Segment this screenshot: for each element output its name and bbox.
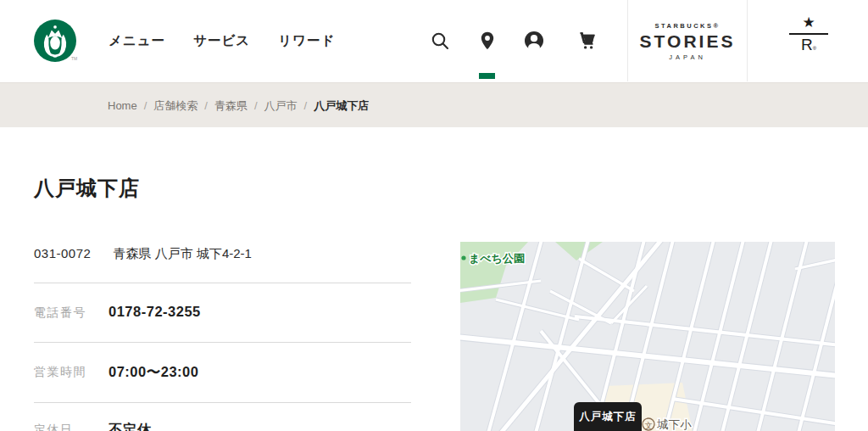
- siren-icon: [34, 20, 76, 62]
- store-map[interactable]: まべち公園 文 城下小 八戸城下店: [460, 242, 835, 431]
- store-tooltip-label: 八戸城下店: [578, 411, 637, 423]
- rewards-points-logo[interactable]: ★ R®: [784, 15, 833, 54]
- store-address: 031-0072 青森県 八戸市 城下4-2-1: [34, 246, 252, 262]
- holiday-label: 定休日: [34, 423, 74, 431]
- breadcrumb-store-search[interactable]: 店舗検索: [153, 98, 198, 114]
- breadcrumb-separator: /: [304, 99, 308, 112]
- breadcrumb-home[interactable]: Home: [108, 99, 137, 112]
- divider: [34, 342, 411, 343]
- points-logo-bar: [789, 33, 828, 35]
- header-divider: [747, 0, 748, 81]
- header: TM メニュー サービス リワード: [0, 0, 868, 81]
- logo-trademark: TM: [71, 56, 77, 61]
- registered-mark: ®: [813, 46, 816, 51]
- school-marker: 文: [643, 418, 654, 430]
- hours-label: 営業時間: [34, 365, 86, 380]
- holiday-value: 不定休: [108, 421, 152, 431]
- active-nav-indicator: [479, 73, 495, 79]
- divider: [34, 402, 411, 403]
- school-label: 城下小: [656, 418, 692, 431]
- breadcrumb-bar: Home / 店舗検索 / 青森県 / 八戸市 / 八戸城下店: [0, 82, 868, 127]
- nav-item-menu[interactable]: メニュー: [108, 32, 165, 50]
- account-icon[interactable]: [524, 31, 544, 51]
- store-name-title: 八戸城下店: [34, 175, 140, 202]
- address-text: 青森県 八戸市 城下4-2-1: [114, 246, 252, 260]
- starbucks-logo[interactable]: [34, 20, 76, 62]
- breadcrumb-current-store: 八戸城下店: [314, 98, 369, 114]
- search-icon[interactable]: [430, 31, 450, 51]
- stories-logo-main: STORIES: [628, 31, 747, 52]
- stories-logo-bottom: JAPAN: [628, 53, 747, 61]
- breadcrumb-separator: /: [254, 99, 258, 112]
- star-icon: ★: [784, 15, 833, 31]
- breadcrumb: Home / 店舗検索 / 青森県 / 八戸市 / 八戸城下店: [108, 83, 369, 128]
- breadcrumb-prefecture[interactable]: 青森県: [214, 98, 248, 114]
- park-marker-icon: [461, 255, 465, 260]
- store-map-tooltip[interactable]: 八戸城下店: [574, 402, 642, 431]
- main-nav: メニュー サービス リワード: [108, 0, 335, 81]
- stories-japan-logo[interactable]: STARBUCKS® STORIES JAPAN: [628, 22, 747, 61]
- nav-item-reward[interactable]: リワード: [278, 32, 335, 50]
- breadcrumb-city[interactable]: 八戸市: [264, 98, 298, 114]
- nav-item-service[interactable]: サービス: [193, 32, 250, 50]
- postal-code: 031-0072: [34, 246, 91, 260]
- breadcrumb-separator: /: [204, 99, 208, 112]
- park-label: まべち公園: [469, 252, 525, 265]
- phone-value: 0178-72-3255: [108, 304, 201, 320]
- location-pin-icon[interactable]: [477, 31, 498, 51]
- points-logo-letter: R®: [784, 36, 833, 54]
- breadcrumb-separator: /: [144, 99, 147, 112]
- stories-logo-top: STARBUCKS®: [628, 22, 747, 30]
- store-detail-page: TM メニュー サービス リワード: [0, 0, 868, 431]
- divider: [34, 283, 411, 283]
- school-symbol-icon: 文: [644, 421, 653, 430]
- phone-label: 電話番号: [34, 305, 86, 321]
- cart-icon[interactable]: [576, 31, 597, 51]
- hours-value: 07:00〜23:00: [108, 363, 198, 382]
